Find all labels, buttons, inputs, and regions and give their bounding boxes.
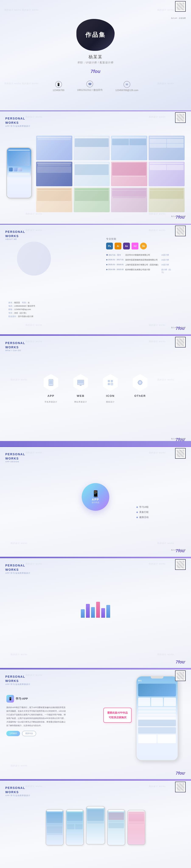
can-do-icon-label: ICON	[106, 394, 115, 397]
mini-phone-1	[46, 809, 64, 845]
screenshot-11	[111, 188, 147, 212]
wm-s5-2: 我的设计 works	[149, 451, 165, 454]
wm-s3-1: 我的设计 works	[26, 229, 42, 232]
membership-text-3: 加入VIP，全套免费	[171, 327, 186, 329]
wm-s3-4: 我的设计 works	[149, 323, 165, 327]
contact-mobile-text: 18812312312 / 微信同号	[77, 89, 103, 92]
exp-company-3: 上海市某某某传行有限公司（某某传媒）	[125, 264, 161, 266]
cover-logo: 7fou	[90, 69, 101, 74]
exp-role-1: UI设计师	[161, 254, 174, 256]
hexagon-other	[131, 374, 149, 391]
wm-s5-1: 我的设计 works	[26, 451, 42, 454]
svg-rect-10	[111, 383, 113, 385]
contact-email: ✉ 123456789@126.com	[115, 81, 138, 91]
cta-text: 需要此套APP作品可联系店家购买	[107, 711, 128, 719]
phone-card-2	[151, 698, 163, 706]
wm-s7-2: 我的设计 works	[11, 764, 27, 767]
phone-outer: 学习 ≡	[136, 676, 178, 761]
contact-phone: 📱 123456789	[53, 81, 64, 91]
can-do-icon-sub: 图标设计	[106, 401, 115, 403]
qr-box-6	[175, 559, 186, 570]
phone-cards-1	[138, 698, 176, 706]
screenshot-3	[111, 136, 147, 160]
purple-accent-3	[0, 334, 191, 335]
screenshot-12	[149, 188, 185, 212]
bar-4	[96, 602, 100, 618]
can-do-app-sub: 手机界面设计	[45, 401, 57, 403]
mobile-icon: ☎	[86, 81, 93, 87]
can-do-app: APP 手机界面设计	[42, 374, 60, 403]
membership-text-4: 加入VIP，全套免费	[171, 438, 186, 440]
exp-company-4: 杭州倚重石化有限公司设计部	[125, 268, 161, 274]
qr-pattern-7	[177, 672, 184, 680]
more-works-button[interactable]: 更多作品	[22, 731, 36, 736]
phone-cards-2	[138, 735, 176, 743]
can-do-items: APP 手机界面设计 WEB 网站界面设计	[6, 374, 185, 403]
slide-7-header: PERSONALWORKS APP 学习/运动类界面设计	[5, 675, 30, 686]
bar-chart-area	[81, 601, 110, 618]
app-list-item-3: ◆健身活动	[136, 515, 149, 520]
qr-pattern-1	[177, 3, 184, 10]
about-info: 姓名：杨某某 性别：女 电话：13884684848 / 微信同号 邮箱：123…	[8, 301, 35, 318]
skill-ai: Ai	[115, 243, 121, 249]
exp-year-3: ◆ 2015.01 - 2016.01	[106, 264, 125, 266]
mini-phone-4	[107, 809, 125, 845]
membership-text-6: 20.12.MM	[178, 660, 186, 662]
screenshot-2	[74, 136, 110, 160]
mini-screen-5	[128, 812, 145, 845]
info-row-4: 学历：本科（设计类）	[8, 311, 35, 315]
cta-badge: 需要此套APP作品可联系店家购买	[103, 708, 131, 723]
slide-3-sub: ABOUT ME	[5, 238, 25, 240]
app-intro-slide: 我的设计 works 我的设计 works 我的设计 works 我的设计 wo…	[0, 447, 191, 558]
buy-button[interactable]: 立即购买	[6, 731, 20, 736]
exp-company-1: 北京市XXX智能科技有限公司	[125, 254, 161, 256]
purple-accent-5	[0, 557, 191, 558]
phone-card-3	[164, 698, 176, 706]
bar-1	[81, 609, 85, 618]
phone-list-2	[138, 710, 176, 713]
exp-company-2: 深圳市某某智能科技应用发展有限公司	[125, 258, 161, 261]
app-name-label: 学习-APP	[16, 697, 28, 701]
slide-7-title: PERSONALWORKS	[5, 675, 30, 683]
slide-5-header: PERSONALWORKS APP DESIGN	[5, 452, 25, 463]
phone-icon: 📱	[55, 81, 62, 88]
slide-6-sub: APP 学习/运动类界面设计	[5, 572, 30, 575]
app-detail-slide: 我的设计 works 我的设计 works PERSONALWORKS APP …	[0, 670, 191, 780]
slide-2-header: PERSONALWORKS APP 学习/运动类界面设计	[5, 117, 30, 128]
phone-icons	[8, 167, 30, 172]
slide-8-sub: APP 学习/运动类界面设计	[5, 794, 30, 797]
app-name-tag: 📱 学习-APP	[6, 695, 66, 703]
phone-list-1	[138, 707, 176, 710]
slide-3-title: PERSONALWORKS	[5, 230, 25, 238]
exp-year-4: ◆ 2014.06 - 2015.02	[106, 268, 125, 274]
web-hex-icon	[76, 378, 85, 387]
skill-ps: Ps	[106, 243, 113, 249]
slide-5-title: PERSONALWORKS	[5, 452, 25, 461]
screenshot-7	[111, 162, 147, 186]
purple-accent-7	[0, 779, 191, 780]
cover-role: 求职：UI设计师 / 配套设计师	[77, 61, 114, 64]
mini-phone-5	[127, 810, 145, 845]
hexagon-web	[72, 374, 89, 391]
mini-screen-4	[108, 811, 125, 845]
phone-header-text: 学习	[138, 680, 142, 682]
phone-card-5	[157, 735, 176, 743]
qr-pattern-2	[177, 114, 184, 121]
slide-3-header: PERSONALWORKS ABOUT ME	[5, 230, 25, 240]
phone-header: 学习 ≡	[138, 680, 176, 682]
watermark-tr: 我的设计 works	[157, 8, 174, 11]
phone-card-1	[138, 698, 150, 706]
membership-6: 20.12.MM	[178, 660, 186, 662]
qr-pattern-6	[177, 561, 184, 568]
exp-item-4: ◆ 2014.06 - 2015.02 杭州倚重石化有限公司设计部 设计师（实习…	[106, 268, 174, 274]
action-buttons: 立即购买 更多作品	[6, 731, 66, 736]
slide-6-header: PERSONALWORKS APP 学习/运动类界面设计	[5, 563, 30, 575]
about-circle	[17, 242, 51, 276]
watermark-tl: 我的设计 works 我的设计 works	[4, 8, 39, 11]
can-do-other: OThER	[131, 374, 149, 403]
slide-6-title: PERSONALWORKS	[5, 563, 30, 572]
bar-5	[101, 608, 105, 618]
phone-notch	[151, 676, 163, 679]
hexagon-icon	[102, 374, 119, 391]
slide-5-sub: APP DESIGN	[5, 461, 25, 463]
